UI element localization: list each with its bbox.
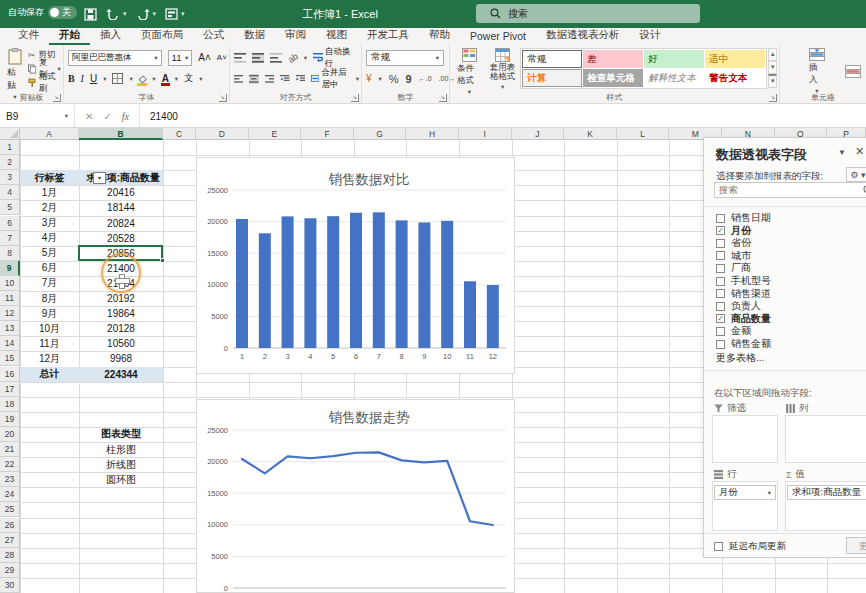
chip-dropdown-icon[interactable]: ▾ (768, 489, 771, 497)
align-bottom-icon[interactable] (270, 53, 282, 63)
alignment-dialog-launcher[interactable]: ↘ (351, 94, 359, 102)
row-header-14[interactable]: 14 (0, 336, 20, 351)
tab-插入[interactable]: 插入 (90, 27, 131, 45)
cancel-entry-icon[interactable]: ✕ (85, 111, 93, 122)
field-item-厂商[interactable]: 厂商 (716, 262, 751, 274)
align-center-icon[interactable] (249, 74, 258, 84)
redo-dropdown-icon[interactable]: ▾ (153, 10, 157, 18)
select-all-corner[interactable] (0, 128, 20, 140)
unchecked-checkbox-icon[interactable] (716, 239, 725, 248)
row-header-19[interactable]: 19 (0, 412, 20, 427)
undo-dropdown-icon[interactable]: ▾ (123, 10, 127, 18)
namebox-dropdown-icon[interactable]: ▾ (65, 112, 68, 120)
chart-type-title[interactable]: 图表类型 (79, 427, 163, 442)
column-header-A[interactable]: A (20, 128, 79, 140)
cell-style-good[interactable]: 好 (644, 50, 704, 68)
pivot-month-cell[interactable]: 1月 (20, 185, 79, 200)
column-header-E[interactable]: E (249, 128, 302, 140)
filters-area-box[interactable] (712, 415, 778, 463)
chart-type-item[interactable]: 折线图 (79, 457, 163, 472)
row-header-29[interactable]: 29 (0, 563, 20, 578)
row-header-10[interactable]: 10 (0, 276, 20, 291)
pivot-month-cell[interactable]: 7月 (20, 276, 79, 291)
delete-cells-button[interactable] (842, 48, 864, 95)
tab-文件[interactable]: 文件 (8, 27, 49, 45)
row-header-5[interactable]: 5 (0, 200, 20, 215)
orientation-icon[interactable]: ab (286, 51, 300, 65)
conditional-formatting-button[interactable]: 条件格式▾ (454, 48, 485, 96)
pivot-value-cell[interactable]: 20128 (79, 321, 163, 336)
row-header-6[interactable]: 6 (0, 216, 20, 231)
tab-页面布局[interactable]: 页面布局 (131, 27, 193, 45)
row-header-11[interactable]: 11 (0, 291, 20, 306)
cell-style-calc[interactable]: 计算 (522, 69, 582, 87)
row-header-21[interactable]: 21 (0, 442, 20, 457)
increase-indent-icon[interactable] (296, 74, 305, 84)
tab-视图[interactable]: 视图 (316, 27, 357, 45)
column-header-K[interactable]: K (564, 128, 617, 140)
field-item-销售日期[interactable]: 销售日期 (716, 212, 771, 224)
unchecked-checkbox-icon[interactable] (716, 214, 725, 223)
column-header-L[interactable]: L (617, 128, 669, 140)
pivot-month-cell[interactable]: 8月 (20, 291, 79, 306)
checked-checkbox-icon[interactable]: ✓ (716, 226, 725, 235)
qat-customize-icon[interactable]: ▾ (181, 10, 185, 18)
formula-bar-value[interactable]: 21400 (140, 111, 178, 122)
borders-dropdown-icon[interactable]: ▾ (129, 75, 132, 83)
columns-area-box[interactable] (785, 415, 866, 463)
format-as-table-button[interactable]: 套用表格格式▾ (485, 48, 520, 91)
pivot-value-cell[interactable]: 19864 (79, 306, 163, 321)
checked-checkbox-icon[interactable]: ✓ (716, 314, 725, 323)
tab-帮助[interactable]: 帮助 (419, 27, 460, 45)
column-header-J[interactable]: J (512, 128, 565, 140)
row-label-filter-icon[interactable]: ▾ (93, 172, 106, 184)
row-header-30[interactable]: 30 (0, 578, 20, 593)
column-header-I[interactable]: I (459, 128, 512, 140)
field-item-商品数量[interactable]: ✓商品数量 (716, 313, 771, 325)
pivot-header-row-label[interactable]: 行标签 (20, 170, 79, 185)
gallery-more-icon[interactable]: ▼ (768, 74, 777, 88)
pivot-header-value-label[interactable]: 求和项:商品数量 (79, 170, 163, 185)
unchecked-checkbox-icon[interactable] (716, 302, 725, 311)
column-header-G[interactable]: G (354, 128, 407, 140)
panel-search-input[interactable]: 搜索 (714, 182, 866, 198)
touch-mode-icon[interactable] (165, 8, 178, 20)
merge-center-button[interactable]: 合并后居中▾ (311, 67, 359, 91)
defer-layout-checkbox[interactable]: 延迟布局更新 (714, 540, 786, 553)
phonetic-icon[interactable]: 文 (184, 72, 193, 85)
field-item-手机型号[interactable]: 手机型号 (716, 275, 771, 287)
column-header-B[interactable]: B (79, 128, 163, 140)
percent-icon[interactable]: % (389, 73, 399, 85)
gallery-scroll-up-icon[interactable]: ▲ (768, 48, 777, 61)
autosave-pill[interactable]: 关 (48, 6, 77, 19)
row-header-3[interactable]: 3 (0, 170, 20, 185)
values-area-chip[interactable]: 求和项:商品数量▾ (787, 485, 866, 500)
field-item-城市[interactable]: 城市 (716, 250, 751, 262)
name-box[interactable]: B9▾ (0, 105, 75, 127)
row-header-28[interactable]: 28 (0, 548, 20, 563)
underline-button[interactable]: U (90, 73, 97, 84)
font-dialog-launcher[interactable]: ↘ (219, 94, 227, 102)
pivot-month-cell[interactable]: 6月 (20, 261, 79, 276)
chart-type-item[interactable]: 圆环图 (79, 472, 163, 487)
row-header-12[interactable]: 12 (0, 306, 20, 321)
redo-icon[interactable] (136, 8, 150, 20)
row-header-1[interactable]: 1 (0, 140, 20, 155)
row-header-15[interactable]: 15 (0, 351, 20, 366)
insert-cells-button[interactable]: 插入▾ (806, 48, 828, 95)
pivot-value-cell[interactable]: 9968 (79, 351, 163, 366)
tab-数据[interactable]: 数据 (234, 27, 275, 45)
currency-icon[interactable]: ¥ (366, 73, 372, 84)
cell-style-warn[interactable]: 警告文本 (705, 69, 765, 87)
row-header-16[interactable]: 16 (0, 367, 20, 382)
row-header-9[interactable]: 9 (0, 261, 20, 276)
number-format-select[interactable]: 常规▾ (366, 50, 444, 66)
pivot-month-cell[interactable]: 3月 (20, 216, 79, 231)
clipboard-dialog-launcher[interactable]: ↘ (53, 94, 61, 102)
undo-icon[interactable] (106, 8, 120, 20)
insert-function-icon[interactable]: fx (122, 111, 129, 122)
column-header-D[interactable]: D (196, 128, 249, 140)
tab-设计[interactable]: 设计 (630, 27, 671, 45)
cell-style-check[interactable]: 检查单元格 (583, 69, 643, 87)
pivot-value-cell[interactable]: 20824 (79, 216, 163, 231)
